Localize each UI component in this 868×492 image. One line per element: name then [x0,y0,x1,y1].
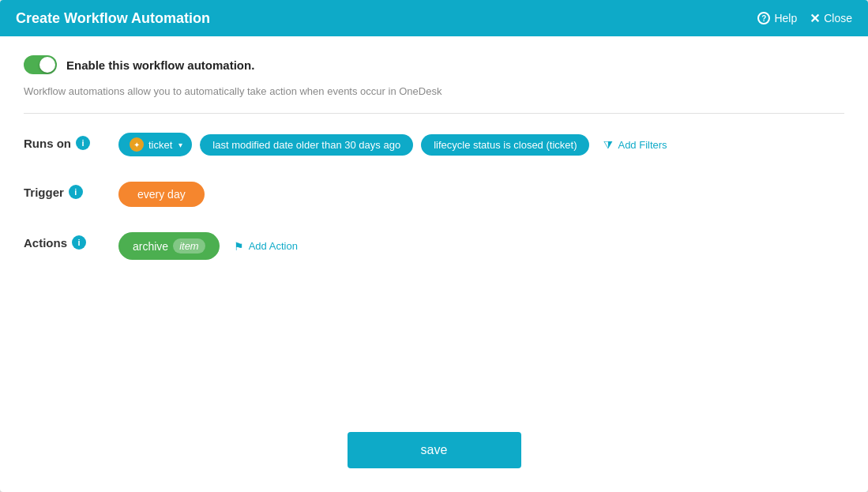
runs-on-row: Runs on i ✦ ticket ▾ last modified date … [24,133,844,156]
ticket-chip[interactable]: ✦ ticket ▾ [118,133,192,156]
actions-label: Actions i [24,232,118,250]
action-object: item [173,238,205,254]
runs-on-info-icon[interactable]: i [76,136,90,150]
modal-container: Create Workflow Automation ? Help ✕ Clos… [0,0,868,492]
modal-body: Enable this workflow automation. Workflo… [0,36,868,416]
runs-on-filters: ✦ ticket ▾ last modified date older than… [118,133,413,156]
runs-on-filters-row2: lifecycle status is closed (ticket) ⧩ Ad… [421,134,673,156]
add-filter-label: Add Filters [618,139,667,151]
enable-row: Enable this workflow automation. [24,55,844,74]
help-circle-icon: ? [757,12,770,24]
description-text: Workflow automations allow you to automa… [24,85,844,97]
filter-icon: ⧩ [603,138,613,152]
modal-header: Create Workflow Automation ? Help ✕ Clos… [0,0,868,36]
enable-label: Enable this workflow automation. [66,58,254,72]
add-filter-button[interactable]: ⧩ Add Filters [597,135,673,155]
trigger-content: every day [118,182,844,207]
actions-info-icon[interactable]: i [72,235,86,250]
action-chip[interactable]: archive item [118,232,220,260]
actions-content: archive item ⚑ Add Action [118,232,844,260]
close-label: Close [824,12,852,24]
action-verb: archive [133,240,168,253]
close-icon: ✕ [810,11,820,26]
ticket-label: ticket [148,139,172,151]
trigger-info-icon[interactable]: i [69,185,83,199]
add-action-button[interactable]: ⚑ Add Action [227,237,304,256]
trigger-value: every day [137,188,186,201]
trigger-label: Trigger i [24,182,118,199]
help-label: Help [774,12,797,24]
modal-footer: save [0,416,868,492]
filter-chip-1[interactable]: last modified date older than 30 days ag… [200,134,413,156]
help-button[interactable]: ? Help [757,12,797,24]
filter-chip-2[interactable]: lifecycle status is closed (ticket) [421,134,589,156]
add-action-label: Add Action [249,240,298,252]
actions-row: Actions i archive item ⚑ Add Action [24,232,844,260]
modal-title: Create Workflow Automation [16,10,210,27]
close-button[interactable]: ✕ Close [810,11,852,26]
chevron-down-icon: ▾ [178,141,182,149]
section-divider [24,113,844,114]
runs-on-label: Runs on i [24,133,118,150]
filter-chip-1-label: last modified date older than 30 days ag… [212,139,400,151]
runs-on-content: ✦ ticket ▾ last modified date older than… [118,133,844,156]
header-actions: ? Help ✕ Close [757,11,852,26]
trigger-row: Trigger i every day [24,182,844,207]
enable-toggle[interactable] [24,55,57,74]
save-button[interactable]: save [348,432,521,468]
filter-chip-2-label: lifecycle status is closed (ticket) [434,139,577,151]
trigger-chip[interactable]: every day [118,182,205,207]
ticket-icon: ✦ [130,137,144,152]
flag-icon: ⚑ [234,240,244,253]
